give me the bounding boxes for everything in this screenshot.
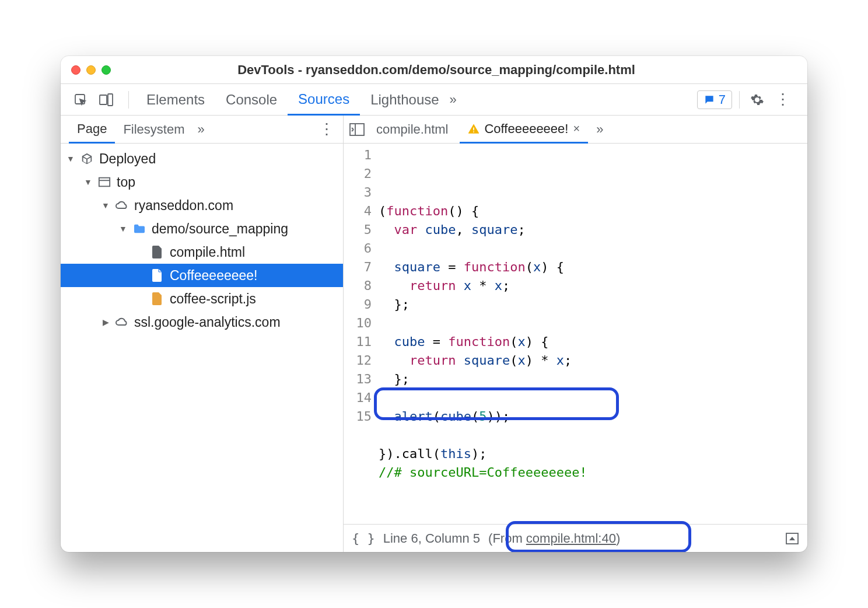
from-link[interactable]: compile.html:40 (526, 531, 616, 546)
cursor-position: Line 6, Column 5 (383, 531, 480, 546)
svg-rect-8 (474, 131, 475, 132)
navigator-more-tabs-icon[interactable]: » (198, 122, 205, 137)
tree-file-compile[interactable]: compile.html (61, 240, 343, 264)
tree-top[interactable]: ▼ top (61, 170, 343, 194)
code-editor[interactable]: 123456789101112131415 (function() { var … (344, 144, 807, 524)
titlebar: DevTools - ryanseddon.com/demo/source_ma… (61, 56, 807, 84)
cloud-icon (114, 198, 130, 213)
from-source[interactable]: (From compile.html:40) (488, 531, 620, 546)
main-toolbar: Elements Console Sources Lighthouse » 7 … (61, 84, 807, 116)
folder-icon (132, 221, 147, 236)
pretty-print-icon[interactable]: { } (352, 531, 375, 546)
traffic-lights (71, 65, 111, 75)
issues-icon (704, 94, 715, 106)
tree-label: Coffeeeeeeee! (170, 268, 258, 284)
frame-icon (97, 174, 112, 190)
warning-icon (468, 123, 480, 135)
tree-label: ryanseddon.com (134, 198, 233, 214)
close-tab-icon[interactable]: × (573, 122, 580, 135)
tab-label: compile.html (376, 122, 448, 137)
close-window-button[interactable] (71, 65, 80, 75)
js-file-icon (150, 291, 165, 306)
file-icon (150, 244, 165, 260)
tree-label: Deployed (99, 151, 156, 167)
cube-icon (79, 151, 94, 166)
tree-domain[interactable]: ▼ ryanseddon.com (61, 194, 343, 217)
issues-badge[interactable]: 7 (697, 90, 732, 109)
cloud-icon (114, 315, 130, 330)
navigator-menu-icon[interactable]: ⋮ (319, 120, 335, 138)
settings-icon[interactable] (747, 89, 768, 110)
tab-label: Coffeeeeeeee! (484, 121, 568, 137)
device-mode-icon[interactable] (96, 89, 117, 110)
line-gutter: 123456789101112131415 (344, 146, 379, 524)
tab-lighthouse[interactable]: Lighthouse (360, 84, 449, 116)
svg-rect-1 (100, 95, 107, 104)
file-tree: ▼ Deployed ▼ top ▼ ryanseddon.com ▼ (61, 144, 343, 552)
tree-file-coffeescript[interactable]: coffee-script.js (61, 287, 343, 310)
navigator-tab-page[interactable]: Page (69, 116, 115, 144)
more-tabs-icon[interactable]: » (450, 92, 457, 107)
svg-rect-3 (99, 178, 110, 187)
devtools-window: DevTools - ryanseddon.com/demo/source_ma… (61, 56, 807, 552)
tree-label: compile.html (170, 244, 245, 260)
tree-label: ssl.google-analytics.com (134, 315, 281, 330)
svg-rect-2 (108, 94, 113, 106)
tree-analytics[interactable]: ▶ ssl.google-analytics.com (61, 310, 343, 334)
tree-file-coffee[interactable]: Coffeeeeeeee! (61, 264, 343, 287)
editor-tabs: compile.html Coffeeeeeeee! × » (344, 116, 807, 144)
tree-deployed[interactable]: ▼ Deployed (61, 147, 343, 170)
zoom-window-button[interactable] (102, 65, 111, 75)
svg-rect-5 (350, 124, 364, 135)
tree-folder[interactable]: ▼ demo/source_mapping (61, 217, 343, 240)
issues-count: 7 (719, 92, 726, 107)
tab-elements[interactable]: Elements (136, 84, 215, 116)
navigator-tabs: Page Filesystem » ⋮ (61, 116, 343, 144)
editor-tab-coffee[interactable]: Coffeeeeeeee! × (460, 116, 588, 144)
navigator-panel: Page Filesystem » ⋮ ▼ Deployed ▼ top (61, 116, 344, 552)
navigator-tab-filesystem[interactable]: Filesystem (115, 116, 192, 144)
svg-rect-7 (474, 127, 475, 130)
minimize-window-button[interactable] (86, 65, 96, 75)
window-title: DevTools - ryanseddon.com/demo/source_ma… (111, 62, 762, 78)
kebab-menu-icon[interactable]: ⋮ (772, 89, 793, 110)
toggle-navigator-icon[interactable] (349, 123, 365, 136)
editor-tab-compile[interactable]: compile.html (368, 116, 456, 144)
editor-panel: compile.html Coffeeeeeeee! × » 123456789… (344, 116, 807, 552)
file-icon (150, 268, 165, 283)
tree-label: demo/source_mapping (152, 221, 288, 237)
show-coverage-icon[interactable] (785, 532, 799, 545)
tab-sources[interactable]: Sources (288, 84, 360, 116)
tree-label: coffee-script.js (170, 291, 256, 307)
editor-more-tabs-icon[interactable]: » (596, 122, 603, 137)
inspect-element-icon[interactable] (70, 89, 91, 110)
tab-console[interactable]: Console (215, 84, 288, 116)
editor-statusbar: { } Line 6, Column 5 (From compile.html:… (344, 524, 807, 552)
code-content[interactable]: (function() { var cube, square; square =… (379, 146, 807, 524)
tree-label: top (117, 174, 135, 190)
